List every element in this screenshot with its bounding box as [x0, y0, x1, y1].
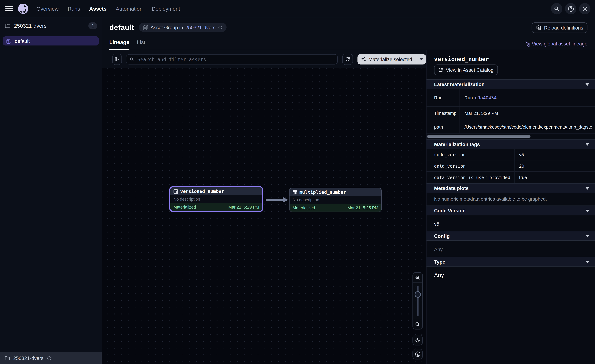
- chevron-down-icon: [586, 83, 589, 87]
- timestamp-value: Mar 21, 5:29 PM: [460, 106, 595, 120]
- code-version-value: v5: [434, 221, 439, 227]
- tab-list[interactable]: List: [137, 39, 145, 50]
- badge-group-link[interactable]: 250321-dvers: [185, 25, 216, 30]
- run-id-link[interactable]: c9a40434: [475, 95, 497, 100]
- reload-cube-icon: [536, 25, 541, 30]
- section-title: Code Version: [434, 208, 586, 213]
- asset-node-description: No description: [290, 196, 381, 204]
- help-icon[interactable]: [565, 3, 576, 14]
- table-icon: [292, 190, 297, 194]
- row-label: Run: [426, 89, 460, 106]
- section-title: Config: [434, 233, 586, 239]
- nav-automation[interactable]: Automation: [116, 6, 142, 12]
- search-icon[interactable]: [551, 3, 562, 14]
- settings-gear-icon[interactable]: [579, 3, 590, 14]
- table-row-run: Run Runc9a40434: [426, 89, 595, 106]
- tag-value: 20: [515, 161, 595, 171]
- folder-icon: [5, 22, 11, 28]
- nav-overview[interactable]: Overview: [36, 6, 59, 12]
- folder-icon: [5, 355, 10, 361]
- sidebar-count-badge: 1: [88, 22, 97, 29]
- nav-assets[interactable]: Assets: [89, 6, 107, 12]
- page-header: default Asset Group in 250321-dvers Relo…: [102, 17, 595, 50]
- horizontal-scrollbar[interactable]: [427, 135, 531, 138]
- asset-details-panel: versioned_number View in Asset Catalog L…: [426, 50, 595, 364]
- lineage-graph-pane: Materialize selected versioned_number No…: [102, 50, 426, 364]
- tab-bar: Lineage List: [109, 39, 145, 50]
- materialized-status: Materialized: [292, 205, 315, 210]
- tag-key: code_version: [426, 149, 515, 160]
- materialize-dropdown-button[interactable]: [416, 56, 426, 62]
- page-title: default: [109, 23, 134, 32]
- nav-actions: [551, 3, 590, 14]
- sidebar-footer: 250321-dvers: [0, 352, 102, 364]
- tag-row: code_version v5: [426, 149, 595, 161]
- tag-value: true: [515, 172, 595, 183]
- materialized-status: Materialized: [173, 205, 196, 209]
- dagster-logo-icon[interactable]: [18, 3, 29, 14]
- view-global-asset-lineage-link[interactable]: View global asset lineage: [524, 41, 587, 47]
- reload-definitions-button[interactable]: Reload definitions: [531, 22, 588, 33]
- zoom-slider[interactable]: [413, 282, 422, 319]
- collapse-sidebar-icon[interactable]: [112, 54, 122, 64]
- asset-search-box: [126, 54, 338, 64]
- sparkle-icon: [361, 56, 366, 62]
- view-in-asset-catalog-button[interactable]: View in Asset Catalog: [434, 64, 498, 75]
- lineage-edge-arrow: [264, 196, 289, 203]
- section-title: Latest materialization: [434, 81, 586, 87]
- section-latest-materialization[interactable]: Latest materialization: [426, 79, 595, 89]
- chevron-down-icon: [586, 143, 589, 147]
- metadata-plots-empty-text: No numeric metadata entries available to…: [434, 196, 547, 202]
- sidebar-item-label: default: [15, 38, 30, 44]
- tag-row: data_version 20: [426, 161, 595, 172]
- dagster-app: Overview Runs Assets Automation Deployme…: [0, 0, 595, 364]
- panel-asset-title: versioned_number: [434, 56, 489, 63]
- sidebar-item-default[interactable]: default: [3, 36, 99, 45]
- section-metadata-plots[interactable]: Metadata plots: [426, 183, 595, 193]
- badge-prefix: Asset Group in: [150, 25, 183, 30]
- asset-node-header: multiplied_number: [290, 188, 381, 196]
- asset-node-header: versioned_number: [170, 187, 262, 195]
- asset-node-versioned-number[interactable]: versioned_number No description Material…: [169, 186, 263, 212]
- search-input[interactable]: [137, 56, 334, 62]
- view-global-asset-lineage-label: View global asset lineage: [532, 41, 588, 47]
- zoom-slider-thumb[interactable]: [414, 291, 421, 298]
- refresh-graph-icon[interactable]: [342, 54, 353, 64]
- row-label: path: [426, 120, 460, 133]
- menu-icon[interactable]: [5, 6, 13, 11]
- tab-lineage[interactable]: Lineage: [109, 39, 129, 50]
- zoom-in-icon[interactable]: [413, 273, 422, 282]
- path-link[interactable]: /Users/smackesey/stm/code/elementl/exper…: [464, 124, 592, 130]
- sidebar-group-row[interactable]: 250321-dvers 1: [0, 17, 102, 34]
- tag-value: v5: [515, 149, 595, 160]
- asset-node-name: versioned_number: [180, 189, 224, 194]
- external-link-icon: [438, 67, 443, 72]
- zoom-out-icon[interactable]: [413, 319, 422, 329]
- asset-group-icon: [142, 25, 148, 30]
- sidebar-footer-label: 250321-dvers: [13, 355, 43, 361]
- graph-settings-gear-icon[interactable]: [412, 335, 423, 345]
- section-config[interactable]: Config: [426, 231, 595, 241]
- run-prefix: Run: [464, 95, 473, 100]
- nav-items: Overview Runs Assets Automation Deployme…: [36, 6, 180, 12]
- asset-node-status-bar: Materialized Mar 21, 5:25 PM: [290, 203, 381, 211]
- section-type[interactable]: Type: [426, 257, 595, 266]
- asset-node-description: No description: [170, 195, 262, 203]
- asset-node-multiplied-number[interactable]: multiplied_number No description Materia…: [289, 188, 382, 212]
- download-image-icon[interactable]: [412, 349, 423, 359]
- tag-key: data_version_is_user_provided: [426, 172, 515, 183]
- asset-group-badge: Asset Group in 250321-dvers: [139, 23, 227, 32]
- asset-node-name: multiplied_number: [299, 189, 346, 195]
- section-code-version[interactable]: Code Version: [426, 206, 595, 216]
- chevron-down-icon: [586, 187, 589, 191]
- lineage-canvas[interactable]: versioned_number No description Material…: [102, 68, 426, 364]
- nav-deployment[interactable]: Deployment: [152, 6, 180, 12]
- materialize-selected-button[interactable]: Materialize selected: [358, 54, 426, 64]
- search-icon: [130, 57, 135, 62]
- section-materialization-tags[interactable]: Materialization tags: [426, 139, 595, 149]
- section-title: Materialization tags: [434, 141, 586, 147]
- refresh-icon[interactable]: [218, 25, 223, 30]
- refresh-icon[interactable]: [46, 356, 52, 361]
- nav-runs[interactable]: Runs: [68, 6, 80, 12]
- zoom-controls: [412, 272, 423, 359]
